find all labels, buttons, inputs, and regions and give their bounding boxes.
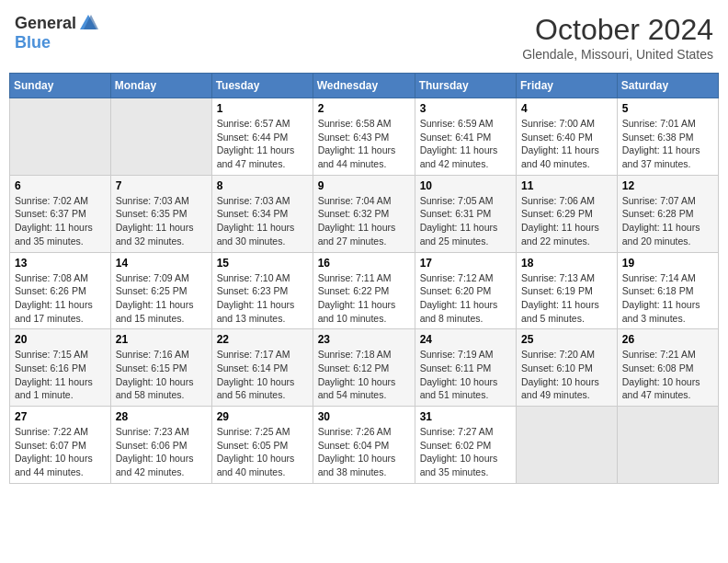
day-info: Sunrise: 7:02 AM Sunset: 6:37 PM Dayligh… (15, 194, 106, 248)
day-info: Sunrise: 7:01 AM Sunset: 6:38 PM Dayligh… (622, 117, 713, 171)
week-row-2: 6Sunrise: 7:02 AM Sunset: 6:37 PM Daylig… (10, 175, 719, 252)
calendar-title: October 2024 (522, 13, 713, 47)
calendar-cell: 25Sunrise: 7:20 AM Sunset: 6:10 PM Dayli… (517, 329, 618, 407)
day-number: 31 (420, 410, 511, 423)
day-number: 26 (622, 333, 713, 346)
day-number: 1 (217, 102, 308, 115)
day-info: Sunrise: 7:16 AM Sunset: 6:15 PM Dayligh… (116, 348, 207, 402)
calendar-cell: 10Sunrise: 7:05 AM Sunset: 6:31 PM Dayli… (415, 175, 516, 252)
day-number: 2 (318, 102, 410, 115)
calendar-cell: 21Sunrise: 7:16 AM Sunset: 6:15 PM Dayli… (110, 329, 211, 407)
weekday-header-tuesday: Tuesday (211, 74, 313, 98)
logo-general: General (15, 14, 76, 33)
weekday-header-sunday: Sunday (10, 74, 111, 98)
day-info: Sunrise: 6:57 AM Sunset: 6:44 PM Dayligh… (217, 117, 308, 171)
day-number: 6 (15, 179, 106, 192)
calendar-cell: 28Sunrise: 7:23 AM Sunset: 6:06 PM Dayli… (110, 407, 211, 484)
logo-blue: Blue (15, 33, 51, 52)
calendar-cell: 6Sunrise: 7:02 AM Sunset: 6:37 PM Daylig… (10, 175, 111, 252)
calendar-cell: 8Sunrise: 7:03 AM Sunset: 6:34 PM Daylig… (211, 175, 313, 252)
day-info: Sunrise: 7:20 AM Sunset: 6:10 PM Dayligh… (521, 348, 612, 402)
day-number: 9 (318, 179, 410, 192)
day-number: 25 (521, 333, 612, 346)
logo-icon (78, 13, 98, 33)
weekday-header-friday: Friday (517, 74, 618, 98)
calendar-cell: 17Sunrise: 7:12 AM Sunset: 6:20 PM Dayli… (415, 252, 516, 329)
day-number: 14 (116, 257, 207, 270)
day-info: Sunrise: 7:17 AM Sunset: 6:14 PM Dayligh… (217, 348, 308, 402)
week-row-5: 27Sunrise: 7:22 AM Sunset: 6:07 PM Dayli… (10, 407, 719, 484)
day-info: Sunrise: 7:23 AM Sunset: 6:06 PM Dayligh… (116, 425, 207, 479)
day-info: Sunrise: 7:10 AM Sunset: 6:23 PM Dayligh… (217, 271, 308, 326)
calendar-cell (517, 407, 618, 484)
day-number: 13 (15, 257, 106, 270)
day-number: 3 (420, 102, 511, 115)
day-info: Sunrise: 7:22 AM Sunset: 6:07 PM Dayligh… (15, 425, 106, 479)
day-number: 28 (116, 410, 207, 423)
weekday-header-saturday: Saturday (617, 74, 718, 98)
weekday-header-wednesday: Wednesday (313, 74, 415, 98)
calendar-cell: 7Sunrise: 7:03 AM Sunset: 6:35 PM Daylig… (110, 175, 211, 252)
week-row-3: 13Sunrise: 7:08 AM Sunset: 6:26 PM Dayli… (10, 252, 719, 329)
week-row-1: 1Sunrise: 6:57 AM Sunset: 6:44 PM Daylig… (10, 98, 719, 176)
day-info: Sunrise: 7:08 AM Sunset: 6:26 PM Dayligh… (15, 271, 106, 326)
day-number: 16 (318, 257, 410, 270)
day-info: Sunrise: 7:15 AM Sunset: 6:16 PM Dayligh… (15, 348, 106, 402)
calendar-cell: 29Sunrise: 7:25 AM Sunset: 6:05 PM Dayli… (211, 407, 313, 484)
calendar-cell: 24Sunrise: 7:19 AM Sunset: 6:11 PM Dayli… (415, 329, 516, 407)
calendar-cell: 4Sunrise: 7:00 AM Sunset: 6:40 PM Daylig… (517, 98, 618, 176)
day-info: Sunrise: 7:18 AM Sunset: 6:12 PM Dayligh… (318, 348, 410, 402)
day-info: Sunrise: 7:14 AM Sunset: 6:18 PM Dayligh… (622, 271, 713, 326)
day-number: 19 (622, 257, 713, 270)
day-number: 22 (217, 333, 308, 346)
day-info: Sunrise: 7:06 AM Sunset: 6:29 PM Dayligh… (521, 194, 612, 248)
day-info: Sunrise: 7:13 AM Sunset: 6:19 PM Dayligh… (521, 271, 612, 326)
calendar-cell: 22Sunrise: 7:17 AM Sunset: 6:14 PM Dayli… (211, 329, 313, 407)
calendar-cell: 30Sunrise: 7:26 AM Sunset: 6:04 PM Dayli… (313, 407, 415, 484)
day-number: 29 (217, 410, 308, 423)
calendar-cell: 18Sunrise: 7:13 AM Sunset: 6:19 PM Dayli… (517, 252, 618, 329)
calendar-cell: 1Sunrise: 6:57 AM Sunset: 6:44 PM Daylig… (211, 98, 313, 176)
day-number: 7 (116, 179, 207, 192)
page-header: General Blue October 2024 Glendale, Miss… (9, 9, 719, 65)
day-number: 4 (521, 102, 612, 115)
calendar-subtitle: Glendale, Missouri, United States (522, 47, 713, 62)
day-number: 30 (318, 410, 410, 423)
calendar-cell: 31Sunrise: 7:27 AM Sunset: 6:02 PM Dayli… (415, 407, 516, 484)
day-number: 21 (116, 333, 207, 346)
calendar-cell: 26Sunrise: 7:21 AM Sunset: 6:08 PM Dayli… (617, 329, 718, 407)
day-info: Sunrise: 7:25 AM Sunset: 6:05 PM Dayligh… (217, 425, 308, 479)
calendar-table: SundayMondayTuesdayWednesdayThursdayFrid… (9, 73, 719, 484)
calendar-cell: 2Sunrise: 6:58 AM Sunset: 6:43 PM Daylig… (313, 98, 415, 176)
day-info: Sunrise: 7:03 AM Sunset: 6:34 PM Dayligh… (217, 194, 308, 248)
calendar-cell: 20Sunrise: 7:15 AM Sunset: 6:16 PM Dayli… (10, 329, 111, 407)
calendar-cell (10, 98, 111, 176)
calendar-cell: 14Sunrise: 7:09 AM Sunset: 6:25 PM Dayli… (110, 252, 211, 329)
day-number: 20 (15, 333, 106, 346)
day-info: Sunrise: 7:09 AM Sunset: 6:25 PM Dayligh… (116, 271, 207, 326)
day-number: 8 (217, 179, 308, 192)
day-info: Sunrise: 7:03 AM Sunset: 6:35 PM Dayligh… (116, 194, 207, 248)
calendar-cell: 19Sunrise: 7:14 AM Sunset: 6:18 PM Dayli… (617, 252, 718, 329)
calendar-cell: 3Sunrise: 6:59 AM Sunset: 6:41 PM Daylig… (415, 98, 516, 176)
calendar-cell: 23Sunrise: 7:18 AM Sunset: 6:12 PM Dayli… (313, 329, 415, 407)
calendar-cell: 15Sunrise: 7:10 AM Sunset: 6:23 PM Dayli… (211, 252, 313, 329)
day-number: 17 (420, 257, 511, 270)
day-number: 18 (521, 257, 612, 270)
calendar-cell: 11Sunrise: 7:06 AM Sunset: 6:29 PM Dayli… (517, 175, 618, 252)
calendar-cell: 9Sunrise: 7:04 AM Sunset: 6:32 PM Daylig… (313, 175, 415, 252)
day-info: Sunrise: 7:21 AM Sunset: 6:08 PM Dayligh… (622, 348, 713, 402)
day-info: Sunrise: 7:27 AM Sunset: 6:02 PM Dayligh… (420, 425, 511, 479)
weekday-header-monday: Monday (110, 74, 211, 98)
calendar-cell: 12Sunrise: 7:07 AM Sunset: 6:28 PM Dayli… (617, 175, 718, 252)
day-number: 10 (420, 179, 511, 192)
weekday-header-thursday: Thursday (415, 74, 516, 98)
calendar-cell: 27Sunrise: 7:22 AM Sunset: 6:07 PM Dayli… (10, 407, 111, 484)
week-row-4: 20Sunrise: 7:15 AM Sunset: 6:16 PM Dayli… (10, 329, 719, 407)
title-section: October 2024 Glendale, Missouri, United … (522, 13, 713, 62)
day-number: 11 (521, 179, 612, 192)
logo: General Blue (15, 13, 98, 52)
calendar-cell (110, 98, 211, 176)
day-info: Sunrise: 7:19 AM Sunset: 6:11 PM Dayligh… (420, 348, 511, 402)
day-info: Sunrise: 6:59 AM Sunset: 6:41 PM Dayligh… (420, 117, 511, 171)
